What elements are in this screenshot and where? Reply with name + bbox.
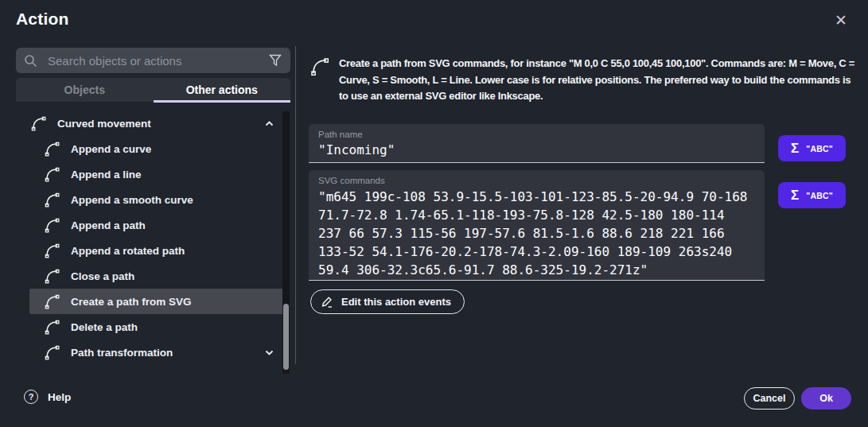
sigma-icon: Σ: [791, 188, 799, 202]
curve-icon: [44, 293, 60, 310]
expression-editor-button[interactable]: Σ "ABC": [778, 135, 846, 161]
curve-icon: [30, 115, 47, 132]
curve-icon: [44, 166, 60, 183]
close-icon[interactable]: ✕: [831, 10, 851, 30]
curve-icon: [44, 344, 60, 361]
svg-commands-field: SVG commands "m645 199c-108 53.9-15.5-10…: [309, 170, 765, 281]
search-input[interactable]: [48, 54, 268, 68]
tree-item-append-a-smooth-curve[interactable]: Append a smooth curve: [29, 187, 285, 212]
curve-icon: [309, 56, 330, 77]
tree-item-close-a-path[interactable]: Close a path: [29, 263, 285, 289]
chevron-down-icon[interactable]: [263, 347, 275, 359]
tree-item-create-a-path-from-svg[interactable]: Create a path from SVG: [29, 289, 285, 314]
scrollbar-thumb[interactable]: [283, 304, 289, 370]
path-name-label: Path name: [318, 130, 765, 139]
search-box: [16, 48, 290, 73]
tab-objects[interactable]: Objects: [16, 78, 154, 102]
tree-group-curved-movement[interactable]: Curved movement: [16, 111, 285, 136]
abc-label: "ABC": [806, 144, 833, 153]
help-button[interactable]: ? Help: [24, 390, 71, 404]
sigma-icon: Σ: [791, 142, 799, 155]
filter-icon[interactable]: [268, 53, 282, 68]
cancel-button[interactable]: Cancel: [744, 387, 795, 410]
tree-item-delete-a-path[interactable]: Delete a path: [29, 314, 285, 340]
action-dialog: Action ✕ Objects Other actions Curved mo…: [0, 0, 868, 427]
tree-group-path-transformation[interactable]: Path transformation: [29, 340, 285, 365]
tab-bar: Objects Other actions: [16, 78, 290, 102]
pencil-icon: [321, 295, 334, 309]
curve-icon: [44, 141, 60, 157]
path-name-input[interactable]: "Incoming": [318, 142, 753, 161]
ok-button[interactable]: Ok: [801, 387, 851, 410]
help-icon: ?: [24, 390, 38, 404]
panel-divider: [295, 46, 296, 364]
curve-icon: [44, 217, 60, 234]
tree-item-append-a-line[interactable]: Append a line: [29, 161, 285, 187]
search-icon: [24, 54, 37, 68]
svg-commands-input[interactable]: "m645 199c-108 53.9-15.5-103-101-123-85.…: [318, 188, 753, 281]
svg-commands-label: SVG commands: [318, 176, 765, 185]
tree-item-append-a-rotated-path[interactable]: Append a rotated path: [29, 238, 285, 263]
dialog-title: Action: [16, 10, 69, 29]
curve-icon: [44, 192, 60, 208]
tree-item-append-a-path[interactable]: Append a path: [29, 212, 285, 238]
curve-icon: [44, 319, 60, 336]
curve-icon: [44, 268, 60, 285]
path-name-field: Path name "Incoming": [309, 124, 765, 163]
abc-label: "ABC": [806, 191, 833, 200]
tree-item-append-a-curve[interactable]: Append a curve: [29, 136, 285, 161]
curve-icon: [44, 243, 60, 259]
action-description: Create a path from SVG commands, for ins…: [339, 56, 856, 105]
edit-action-events-button[interactable]: Edit this action events: [310, 289, 465, 314]
expression-editor-button[interactable]: Σ "ABC": [778, 182, 846, 208]
tab-other-actions[interactable]: Other actions: [154, 78, 291, 102]
chevron-up-icon[interactable]: [263, 118, 275, 130]
